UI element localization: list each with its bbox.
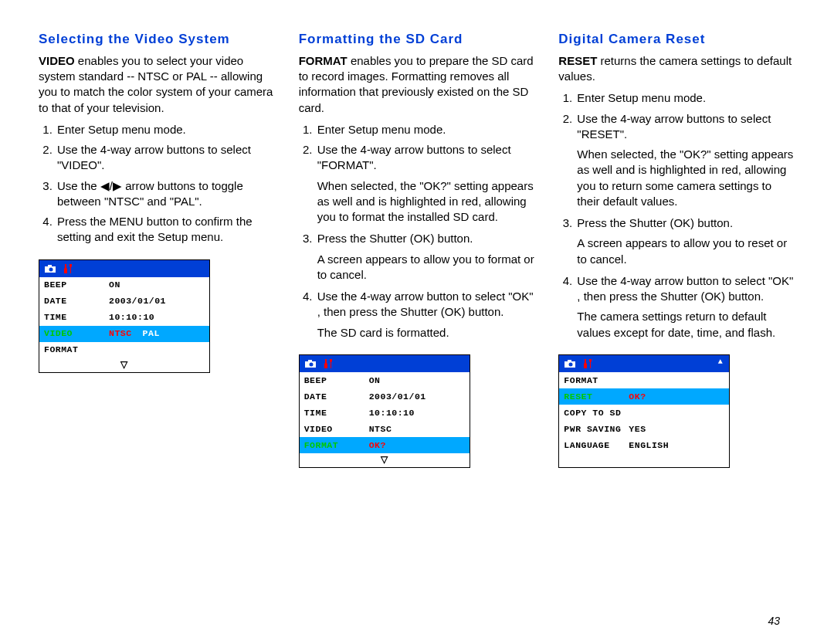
lcd-video: BEEPONDATE2003/01/01TIME10:10:10VIDEONTS… bbox=[39, 259, 210, 373]
camera-icon bbox=[304, 359, 317, 368]
lcd-label: FORMAT bbox=[564, 376, 626, 385]
lcd-label: TIME bbox=[44, 313, 106, 322]
steps-video: Enter Setup menu mode. Use the 4-way arr… bbox=[39, 122, 276, 246]
lcd-label: LANGUAGE bbox=[564, 441, 626, 450]
lcd-label: VIDEO bbox=[304, 425, 366, 434]
lcd-value: OK? bbox=[369, 441, 386, 450]
lcd-value: 2003/01/01 bbox=[109, 297, 166, 306]
step: Press the Shutter (OK) button. A screen … bbox=[316, 231, 536, 283]
step: Enter Setup menu mode. bbox=[575, 90, 795, 106]
intro-bold: VIDEO bbox=[39, 54, 75, 67]
up-arrow-icon: ▲ bbox=[718, 358, 724, 366]
lcd-row: TIME10:10:10 bbox=[300, 405, 470, 421]
col-reset: Digital Camera Reset RESET returns the c… bbox=[558, 31, 795, 468]
lcd-down-arrow: ▽ bbox=[300, 453, 470, 467]
lcd-row: FORMAT bbox=[39, 342, 209, 358]
lcd-row: LANGUAGEENGLISH bbox=[559, 437, 729, 453]
step-sub: A screen appears to allow you to reset o… bbox=[577, 236, 795, 267]
steps-reset: Enter Setup menu mode. Use the 4-way arr… bbox=[558, 90, 795, 341]
lcd-row: VIDEONTSCPAL bbox=[39, 326, 209, 342]
lcd-format-wrap: BEEPONOFFDATE2003/01/01TIME10:10:10VIDEO… bbox=[299, 354, 536, 468]
lcd-value: ENGLISH bbox=[629, 441, 669, 450]
lcd-label: BEEP bbox=[44, 280, 106, 290]
lcd-label: VIDEO bbox=[44, 329, 106, 338]
step-sub: The camera settings return to default va… bbox=[577, 309, 795, 341]
col-format-sd: Formatting the SD Card FORMAT enables yo… bbox=[299, 31, 536, 468]
page-columns: Selecting the Video System VIDEO enables… bbox=[39, 31, 795, 468]
lcd-down-arrow: ▽ bbox=[39, 358, 209, 372]
heading-video: Selecting the Video System bbox=[39, 31, 276, 49]
steps-format: Enter Setup menu mode. Use the 4-way arr… bbox=[299, 122, 536, 341]
step: Use the 4-way arrow buttons to select "R… bbox=[575, 111, 795, 210]
lcd-value: YES bbox=[629, 425, 646, 434]
lcd-top-bar: ▲ bbox=[559, 355, 729, 372]
step-sub: A screen appears to allow you to format … bbox=[317, 252, 536, 283]
heading-reset: Digital Camera Reset bbox=[558, 31, 795, 49]
lcd-rows: BEEPONDATE2003/01/01TIME10:10:10VIDEONTS… bbox=[39, 277, 209, 358]
lcd-bottom-spacer bbox=[559, 453, 729, 467]
svg-rect-4 bbox=[308, 360, 312, 362]
lcd-row: BEEPON bbox=[39, 277, 209, 293]
lcd-label: TIME bbox=[304, 408, 366, 418]
lcd-label: DATE bbox=[304, 392, 366, 402]
lcd-label: PWR SAVING bbox=[564, 425, 626, 434]
lcd-row: FORMAT bbox=[559, 372, 729, 388]
step: Press the Shutter (OK) button. A screen … bbox=[575, 215, 795, 267]
lcd-value: NTSC bbox=[109, 329, 132, 338]
lcd-label: FORMAT bbox=[304, 441, 366, 450]
lcd-value: NTSC bbox=[369, 425, 392, 434]
lcd-value-2: OFF bbox=[391, 376, 408, 385]
lcd-value: ON bbox=[109, 280, 120, 290]
tools-icon bbox=[582, 358, 593, 369]
lcd-reset: ▲ FORMATRESETOK?COPY TO SDPWR SAVINGYESL… bbox=[558, 354, 730, 468]
step-sub: When selected, the "OK?" setting appears… bbox=[317, 178, 536, 225]
intro-format: FORMAT enables you to prepare the SD car… bbox=[299, 53, 536, 116]
col-video-system: Selecting the Video System VIDEO enables… bbox=[39, 31, 276, 468]
camera-icon bbox=[564, 359, 576, 368]
intro-reset: RESET returns the camera settings to def… bbox=[558, 53, 795, 85]
intro-bold: FORMAT bbox=[299, 54, 348, 67]
svg-point-5 bbox=[309, 362, 313, 366]
step: Use the 4-way arrow buttons to select "V… bbox=[56, 142, 276, 174]
lcd-row: COPY TO SD bbox=[559, 405, 729, 421]
lcd-row: DATE2003/01/01 bbox=[300, 388, 470, 405]
lcd-reset-wrap: ▲ FORMATRESETOK?COPY TO SDPWR SAVINGYESL… bbox=[558, 354, 795, 468]
step: Press the MENU button to confirm the set… bbox=[56, 214, 276, 246]
camera-icon bbox=[44, 264, 56, 273]
lcd-row: FORMATOK? bbox=[300, 437, 470, 453]
lcd-label: FORMAT bbox=[44, 345, 106, 354]
lcd-format: BEEPONOFFDATE2003/01/01TIME10:10:10VIDEO… bbox=[299, 354, 470, 468]
svg-rect-1 bbox=[48, 265, 52, 267]
lcd-label: RESET bbox=[564, 392, 626, 402]
step: Enter Setup menu mode. bbox=[316, 122, 536, 137]
lcd-row: TIME10:10:10 bbox=[39, 310, 209, 326]
lcd-value: ON bbox=[369, 376, 381, 385]
intro-video: VIDEO enables you to select your video s… bbox=[39, 53, 276, 116]
lcd-label: BEEP bbox=[304, 376, 366, 385]
lcd-row: BEEPONOFF bbox=[300, 372, 470, 388]
lcd-value: 10:10:10 bbox=[369, 408, 415, 418]
lcd-label: DATE bbox=[44, 297, 106, 306]
lcd-value: 2003/01/01 bbox=[369, 392, 426, 402]
lcd-value: 10:10:10 bbox=[109, 313, 154, 322]
intro-bold: RESET bbox=[558, 54, 597, 67]
lcd-video-wrap: BEEPONDATE2003/01/01TIME10:10:10VIDEONTS… bbox=[39, 259, 276, 373]
lcd-row: VIDEONTSC bbox=[300, 421, 470, 437]
svg-point-8 bbox=[569, 362, 573, 366]
lcd-top-bar bbox=[300, 355, 470, 372]
tools-icon bbox=[323, 358, 334, 369]
step: Use the 4-way arrow button to select "OK… bbox=[316, 289, 536, 341]
lcd-row: PWR SAVINGYES bbox=[559, 421, 729, 437]
lcd-rows: BEEPONOFFDATE2003/01/01TIME10:10:10VIDEO… bbox=[300, 372, 470, 453]
svg-rect-7 bbox=[568, 360, 571, 362]
lcd-rows: FORMATRESETOK?COPY TO SDPWR SAVINGYESLAN… bbox=[559, 372, 729, 453]
step: Use the ◀/▶ arrow buttons to toggle betw… bbox=[56, 178, 276, 210]
lcd-row: DATE2003/01/01 bbox=[39, 293, 209, 310]
step-sub: The SD card is formatted. bbox=[317, 325, 536, 341]
heading-format: Formatting the SD Card bbox=[299, 31, 536, 49]
step-sub: When selected, the "OK?" setting appears… bbox=[577, 147, 795, 209]
lcd-label: COPY TO SD bbox=[564, 408, 626, 418]
step: Use the 4-way arrow button to select "OK… bbox=[575, 273, 795, 341]
step: Use the 4-way arrow buttons to select "F… bbox=[316, 142, 536, 225]
tools-icon bbox=[63, 263, 73, 274]
